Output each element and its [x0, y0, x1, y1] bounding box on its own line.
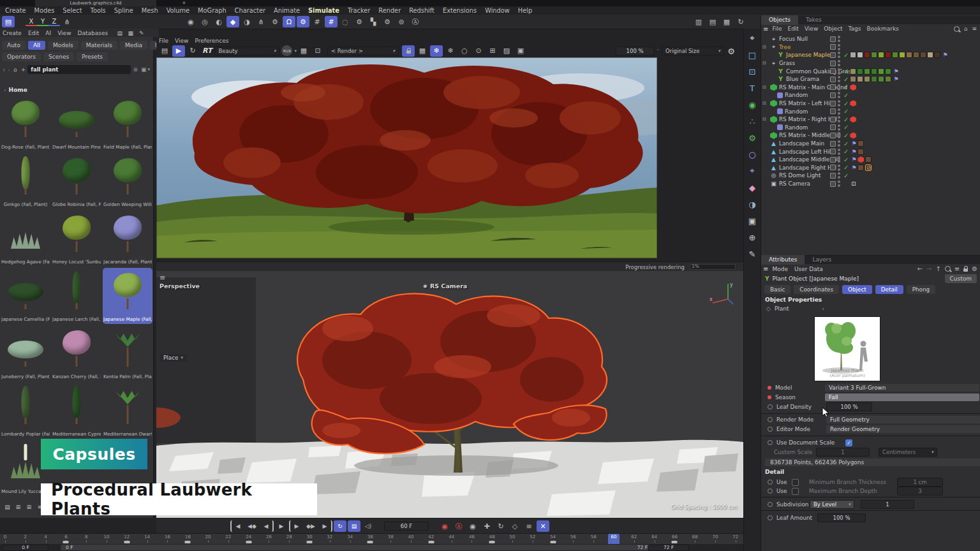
menu-character[interactable]: Character	[235, 7, 265, 14]
redshift-material-tag[interactable]	[850, 132, 856, 138]
film-icon[interactable]: ▤	[158, 45, 171, 57]
annotation-icon[interactable]: Ⓐ	[409, 16, 422, 27]
team-render-icon[interactable]: ⊜	[395, 16, 408, 27]
menu-animate[interactable]: Animate	[274, 7, 300, 14]
enabled-check-icon[interactable]: ✓	[843, 156, 849, 163]
plant-card[interactable]: Dog-Rose (Fall, Plant)	[1, 96, 50, 152]
keyframe-marker[interactable]	[489, 541, 495, 543]
material-swatch[interactable]	[934, 52, 940, 58]
material-swatch[interactable]	[899, 52, 905, 58]
record-position-button[interactable]: ✚	[480, 520, 493, 532]
plant-card[interactable]: Golden Weeping Willo...	[103, 153, 152, 209]
prev-frame-button[interactable]: ◀	[260, 520, 274, 532]
object-row[interactable]: ▲Landscape Right Hill✓⚑⊘	[761, 164, 980, 172]
tab-materials[interactable]: Materials	[81, 41, 117, 50]
channel-badge[interactable]: RGB	[281, 45, 292, 56]
mograph-icon[interactable]: ▚	[367, 16, 380, 27]
object-row[interactable]: Random✓	[761, 107, 980, 115]
material-swatch[interactable]	[892, 52, 898, 58]
snapshot-icon[interactable]: ❄	[430, 45, 443, 57]
annotation-flag-tag[interactable]: ⚑	[942, 52, 947, 58]
object-row[interactable]: ⊟RS Matrix - Left Hill✓	[761, 99, 980, 108]
deformer-icon[interactable]: ◆	[745, 180, 759, 195]
material-swatch[interactable]	[927, 52, 933, 58]
interactive-render-icon[interactable]: ↻	[734, 16, 747, 27]
thumb-large-icon[interactable]: ⊞	[24, 503, 34, 511]
back-icon[interactable]: ‹	[3, 66, 5, 73]
axis-y-button[interactable]: Y	[37, 18, 48, 26]
null-object-icon[interactable]: ⌖	[745, 31, 759, 45]
keyframe-marker[interactable]	[428, 541, 434, 543]
forces-icon[interactable]: Ω	[283, 16, 295, 27]
spline-icon[interactable]: ○	[745, 147, 759, 161]
custom-button[interactable]: Custom	[945, 274, 977, 283]
render-select-dropdown[interactable]: < Render >▾	[327, 47, 399, 55]
object-row[interactable]: ⊟⌖Grass	[761, 59, 980, 68]
plant-card[interactable]: Japanese Camellia (Fal...	[1, 268, 50, 324]
menu-redshift[interactable]: Redshift	[409, 7, 434, 14]
stage-icon[interactable]: ⊕	[745, 230, 759, 244]
next-key-button[interactable]: ◆▶	[304, 520, 317, 532]
object-row[interactable]: ⊟RS Matrix - Right Hill✓	[761, 115, 980, 124]
om-menu-object[interactable]: Object	[824, 26, 842, 32]
snapshot2-icon[interactable]: ❄	[444, 45, 457, 57]
tab-objects[interactable]: Objects	[761, 15, 798, 25]
layer-color-chip[interactable]	[830, 117, 836, 122]
enabled-check-icon[interactable]: ✓	[843, 124, 849, 131]
ab-menu-ai[interactable]: AI	[45, 30, 51, 36]
next-frame-button[interactable]: ▶	[289, 520, 303, 532]
object-label[interactable]: RS Dome Light	[779, 172, 820, 179]
editor-mode-row[interactable]: Editor Mode Render Geometry	[761, 425, 980, 434]
object-row[interactable]: ▲Landscape Middle Hill✓⚑	[761, 156, 980, 164]
grid-snap-icon[interactable]: #	[325, 16, 338, 27]
cloner-icon[interactable]: ∴	[745, 114, 759, 128]
enabled-check-icon[interactable]: ✓	[843, 132, 849, 139]
mograph-gear-icon[interactable]: ⚙	[381, 16, 394, 27]
annotation-flag-tag[interactable]: ⚑	[851, 165, 856, 171]
attr-tab-phong[interactable]: Phong	[907, 285, 935, 294]
menu-render[interactable]: Render	[378, 7, 401, 14]
material-swatch[interactable]	[865, 156, 872, 163]
plant-card[interactable]: Dwarf Mountain Pine (...	[52, 96, 101, 152]
goto-end-button[interactable]: ▶	[318, 520, 332, 532]
visibility-dots[interactable]	[838, 108, 840, 115]
layer-color-chip[interactable]	[830, 36, 836, 42]
connector-icon[interactable]: ⋔	[255, 16, 267, 27]
home-icon[interactable]: ⌂	[13, 66, 17, 73]
enabled-check-icon[interactable]: ✓	[843, 52, 849, 59]
object-label[interactable]: Grass	[779, 60, 795, 66]
keyframe-marker[interactable]	[307, 541, 313, 543]
expand-toggle-icon[interactable]: ⊟	[762, 85, 768, 90]
material-swatch[interactable]	[913, 52, 919, 58]
ipr-play-icon[interactable]: ▶	[172, 45, 185, 57]
play-button[interactable]: ▶	[275, 520, 288, 532]
record-rotation-button[interactable]: ↻	[494, 520, 507, 532]
keyframe-marker[interactable]	[124, 541, 130, 543]
material-swatch[interactable]	[858, 140, 864, 147]
layer-color-chip[interactable]	[830, 133, 836, 138]
material-swatch[interactable]	[885, 52, 891, 58]
render-mode-row[interactable]: Render Mode Full Geometry	[761, 415, 980, 424]
object-row[interactable]: ▲Landscape Main✓⚑	[761, 140, 980, 148]
plant-card[interactable]: Lombardy Poplar (Fall...	[1, 383, 50, 439]
range-end-field[interactable]: 72 F	[648, 545, 689, 551]
tab-takes[interactable]: Takes	[798, 15, 829, 25]
tab-media[interactable]: Media	[120, 41, 147, 50]
material-swatch[interactable]	[850, 76, 856, 82]
layer-color-chip[interactable]	[830, 68, 836, 74]
snap-button[interactable]: ✕	[537, 520, 549, 532]
tab-attributes[interactable]: Attributes	[761, 255, 805, 265]
goto-start-button[interactable]: ◀	[230, 520, 244, 532]
material-swatch[interactable]	[920, 52, 926, 58]
visibility-dots[interactable]	[838, 172, 840, 179]
visibility-dots[interactable]	[838, 60, 840, 66]
enabled-check-icon[interactable]: ✓	[843, 172, 849, 179]
rt-label[interactable]: RT	[202, 47, 212, 55]
menu-simulate[interactable]: Simulate	[308, 7, 339, 14]
tab-all[interactable]: All	[28, 41, 45, 50]
search-input[interactable]: fall plant	[27, 65, 131, 74]
focus-icon[interactable]: ⊙	[472, 45, 485, 57]
om-filter-icon[interactable]: ≡	[972, 26, 977, 32]
leaf-density-row[interactable]: Leaf Density 100 %	[761, 402, 980, 411]
om-menu-file[interactable]: File	[772, 26, 782, 32]
